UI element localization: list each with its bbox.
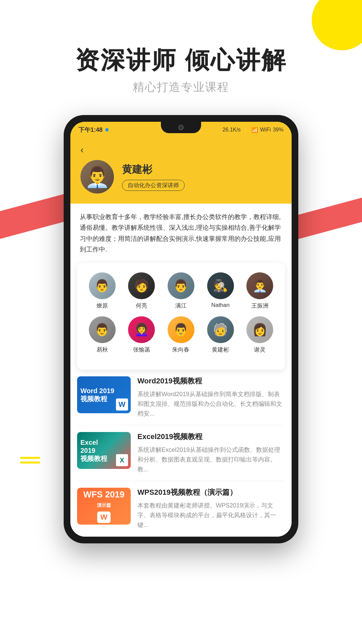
course-thumb-excel: Excel2019视频教程 X	[77, 432, 131, 469]
course-info-word: Word2019视频教程 系统讲解Word2019从基础操作到简单文档排版、制表…	[137, 376, 285, 418]
phone-screen: 下午1:48 26.1K/s ⚡ 📶 WiFi 39% ‹	[70, 122, 292, 537]
teacher-avatar-heliang: 🧑	[128, 272, 155, 299]
teacher-name-xieling: 谢灵	[254, 346, 265, 354]
status-time: 下午1:48	[78, 126, 103, 134]
course-thumb-word: Word 2019视频教程 W	[77, 376, 131, 413]
teacher-item-huangjianpeng[interactable]: 🧓 黄建彬	[204, 316, 237, 354]
teacher-item-zhangyuhan[interactable]: 👩‍🦱 张愉菡	[125, 316, 158, 354]
course-title-word: Word2019视频教程	[137, 376, 285, 386]
teacher-name-liaoyuan: 燎原	[97, 302, 108, 310]
phone-frame: 下午1:48 26.1K/s ⚡ 📶 WiFi 39% ‹	[64, 115, 298, 543]
teachers-card: 👨 燎原 🧑 何亮 👨 满江 🕵️ Nathan	[77, 263, 285, 370]
course-info-wps: WPS2019视频教程（演示篇） 本套教程由黄建彬老师讲授。WPS2019演示，…	[137, 488, 285, 530]
teacher-item-heliang[interactable]: 🧑 何亮	[125, 272, 158, 310]
hero-subtitle: 精心打造专业课程	[0, 79, 362, 95]
hero-title: 资深讲师 倾心讲解	[0, 47, 362, 73]
camera-notch	[161, 122, 201, 133]
teacher-avatar-wangzhenzhou: 👨‍💼	[246, 272, 273, 299]
teacher-avatar-liaoyuan: 👨	[89, 272, 116, 299]
teacher-avatar-huangjianpeng: 🧓	[207, 316, 234, 343]
instructor-description: 从事职业教育十多年，教学经验丰富,擅长办公类软件的教学，教程详细,通俗易懂。教学…	[70, 204, 292, 263]
teacher-name-huangjianpeng: 黄建彬	[212, 346, 229, 354]
teacher-name-zhuxiangchun: 朱向春	[172, 346, 189, 354]
teacher-item-xieling[interactable]: 👩 谢灵	[243, 316, 277, 354]
teacher-item-wangzhenzhou[interactable]: 👨‍💼 王振洲	[243, 272, 277, 310]
teacher-avatar-zhangyuhan: 👩‍🦱	[128, 316, 155, 343]
back-button[interactable]: ‹	[80, 145, 282, 155]
status-left: 下午1:48	[78, 126, 109, 134]
word-icon: W	[116, 398, 128, 411]
course-title-excel: Excel2019视频教程	[137, 432, 285, 442]
excel-icon: X	[116, 454, 128, 466]
teacher-item-pujiang[interactable]: 👨 满江	[164, 272, 198, 310]
status-indicator	[105, 128, 109, 131]
course-list: Word 2019视频教程 W Word2019视频教程 系统讲解Word201…	[70, 370, 292, 537]
status-right: 26.1K/s ⚡ 📶 WiFi 39%	[223, 127, 284, 133]
instructor-profile: 黄建彬 自动化办公资深讲师	[80, 160, 282, 194]
phone-wrapper: 下午1:48 26.1K/s ⚡ 📶 WiFi 39% ‹	[64, 115, 298, 543]
hero-section: 资深讲师 倾心讲解 精心打造专业课程	[0, 0, 362, 95]
teacher-name-zhangyuhan: 张愉菡	[133, 346, 150, 354]
instructor-name: 黄建彬	[122, 163, 282, 176]
teacher-item-yiqiu[interactable]: 👨 易秋	[85, 316, 119, 354]
teacher-avatar-zhuxiangchun: 👨	[168, 316, 194, 343]
wps-thumb-title: WFS 2019演示篇	[83, 490, 125, 509]
word-thumb-title: Word 2019视频教程	[80, 387, 114, 403]
instructor-avatar-image	[80, 160, 114, 194]
battery-level: 39%	[273, 127, 284, 133]
teacher-avatar-pujiang: 👨	[168, 272, 194, 299]
deco-lines-yellow	[20, 457, 40, 466]
teacher-item-zhuxiangchun[interactable]: 👨 朱向春	[164, 316, 198, 354]
course-desc-wps: 本套教程由黄建彬老师讲授。WPS2019演示，与文字、表格等模块构成的平台，扁平…	[137, 501, 285, 530]
signal-icon: 📶	[251, 127, 258, 133]
teacher-avatar-xieling: 👩	[246, 316, 273, 343]
course-info-excel: Excel2019视频教程 系统讲解Excel2019从基础操作到公式函数、数据…	[137, 432, 285, 474]
teacher-item-nathan[interactable]: 🕵️ Nathan	[204, 272, 237, 310]
course-thumb-wps: WFS 2019演示篇 W	[77, 488, 131, 525]
teachers-row-1: 👨 燎原 🧑 何亮 👨 满江 🕵️ Nathan	[82, 272, 280, 310]
course-item-word[interactable]: Word 2019视频教程 W Word2019视频教程 系统讲解Word201…	[77, 370, 285, 425]
teacher-name-pujiang: 满江	[175, 302, 187, 310]
teacher-avatar-yiqiu: 👨	[89, 316, 116, 343]
camera-lens	[178, 125, 184, 130]
course-desc-word: 系统讲解Word2019从基础操作到简单文档排版、制表和图文混排、规范排版和办公…	[137, 389, 285, 418]
teachers-row-2: 👨 易秋 👩‍🦱 张愉菡 👨 朱向春 🧓 黄建彬	[82, 316, 280, 354]
instructor-info: 黄建彬 自动化办公资深讲师	[122, 163, 282, 191]
teacher-name-heliang: 何亮	[136, 302, 147, 310]
teacher-item-liaoyuan[interactable]: 👨 燎原	[85, 272, 119, 310]
network-speed: 26.1K/s	[223, 127, 241, 133]
instructor-header: ‹ 黄建彬 自动化办公资深讲师	[70, 137, 292, 204]
wifi-icon: WiFi	[260, 127, 271, 133]
excel-thumb-title: Excel2019视频教程	[80, 438, 107, 463]
teacher-name-yiqiu: 易秋	[97, 346, 108, 354]
wps-icon: W	[97, 512, 111, 523]
course-title-wps: WPS2019视频教程（演示篇）	[137, 488, 285, 497]
course-item-wps[interactable]: WFS 2019演示篇 W WPS2019视频教程（演示篇） 本套教程由黄建彬老…	[77, 481, 285, 537]
teacher-name-wangzhenzhou: 王振洲	[251, 302, 268, 310]
course-desc-excel: 系统讲解Excel2019从基础操作到公式函数、数据处理和分析、数据图表直观呈现…	[137, 445, 285, 474]
instructor-badge: 自动化办公资深讲师	[122, 180, 185, 191]
course-item-excel[interactable]: Excel2019视频教程 X Excel2019视频教程 系统讲解Excel2…	[77, 425, 285, 481]
bluetooth-icon: ⚡	[243, 127, 249, 133]
instructor-avatar	[80, 160, 114, 194]
teacher-avatar-nathan: 🕵️	[207, 272, 234, 299]
teacher-name-nathan: Nathan	[211, 302, 230, 309]
